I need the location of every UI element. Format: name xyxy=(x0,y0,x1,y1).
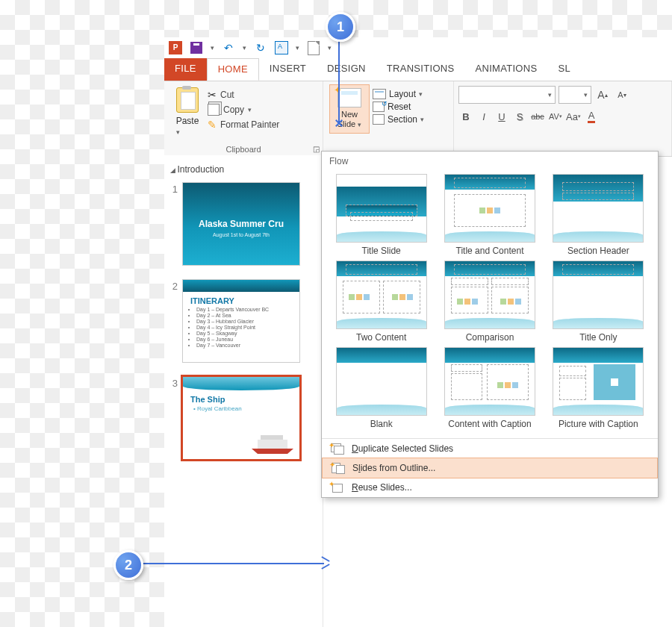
layout-section-header[interactable] xyxy=(553,174,644,243)
layout-gallery: Title Slide Title and Content Section He… xyxy=(322,169,658,437)
touch-mode-button[interactable] xyxy=(275,41,288,54)
ribbon-home: Paste▾ ✂Cut Copy ▾ ✎Format Painter Clipb… xyxy=(164,81,672,157)
slide-2-list: Day 1 – Departs Vancouver BCDay 2 – At S… xyxy=(196,307,299,348)
slide-thumb-3-row: 3 The Ship • Royal Caribbean xyxy=(169,376,318,460)
reset-button[interactable]: Reset xyxy=(373,102,424,112)
save-button[interactable] xyxy=(190,41,203,54)
slide-3-subtitle: • Royal Caribbean xyxy=(183,405,299,412)
change-case-button[interactable]: Aa▾ xyxy=(566,108,581,125)
font-family-combo[interactable]: ▾ xyxy=(458,86,556,104)
font-color-button[interactable]: A xyxy=(584,108,599,125)
brush-icon: ✎ xyxy=(208,119,217,131)
group-font: ▾ ▾ A▴ A▾ B I U S abc AV▾ Aa▾ A xyxy=(454,81,672,156)
format-painter-button[interactable]: ✎Format Painter xyxy=(208,119,279,131)
tab-transitions[interactable]: TRANSITIONS xyxy=(376,58,465,81)
slide-thumb-1[interactable]: Alaska Summer Cru August 1st to August 7… xyxy=(182,182,300,266)
paste-label: Paste▾ xyxy=(176,116,199,137)
section-header[interactable]: Introduction xyxy=(169,161,318,178)
copy-icon xyxy=(208,104,220,116)
callout-2-line xyxy=(139,563,324,564)
new-slide-dropdown: Flow Title Slide Title and Content Secti… xyxy=(321,151,659,498)
section-button[interactable]: Section ▾ xyxy=(373,114,424,125)
tab-animations[interactable]: ANIMATIONS xyxy=(464,58,547,81)
tab-insert[interactable]: INSERT xyxy=(259,58,317,81)
layout-button[interactable]: Layout ▾ xyxy=(373,89,424,99)
tab-home[interactable]: HOME xyxy=(207,58,259,81)
clipboard-launcher[interactable]: ◲ xyxy=(313,145,320,153)
group-slides: New Slide ▾ Layout ▾ Reset Section ▾ xyxy=(323,81,454,156)
slide-thumb-2[interactable]: ITINERARY Day 1 – Departs Vancouver BCDa… xyxy=(182,279,300,363)
layout-blank[interactable] xyxy=(336,347,427,416)
duplicate-icon: ✦ xyxy=(331,443,344,454)
slide-3-number: 3 xyxy=(169,376,178,460)
svg-rect-0 xyxy=(258,440,287,449)
slide-thumb-3[interactable]: The Ship • Royal Caribbean xyxy=(182,376,300,460)
qat-dropdown[interactable]: ▾ xyxy=(211,44,214,52)
callout-2: 2 xyxy=(113,550,143,580)
copy-button[interactable]: Copy ▾ xyxy=(208,104,279,116)
new-slide-icon xyxy=(337,88,361,107)
tab-design[interactable]: DESIGN xyxy=(317,58,376,81)
duplicate-slides-item[interactable]: ✦DDuplicate Selected Slidesuplicate Sele… xyxy=(322,439,658,458)
reuse-slides-item[interactable]: ✦Reuse Slides... xyxy=(322,478,658,497)
group-clipboard: Paste▾ ✂Cut Copy ▾ ✎Format Painter Clipb… xyxy=(164,81,323,156)
slides-from-outline-item[interactable]: ✦Slides from Outline... xyxy=(322,458,658,478)
outline-icon: ✦ xyxy=(332,463,345,473)
app-icon: P xyxy=(169,41,182,54)
layout-title-content[interactable] xyxy=(444,174,535,243)
undo-dropdown[interactable]: ▾ xyxy=(243,44,246,52)
slide-2-number: 2 xyxy=(169,279,178,363)
layout-title-only[interactable] xyxy=(553,261,644,329)
layout-content-caption[interactable] xyxy=(444,347,535,416)
section-icon xyxy=(373,114,385,125)
redo-button[interactable]: ↻ xyxy=(254,41,267,54)
shrink-font-button[interactable]: A▾ xyxy=(614,86,630,104)
bold-button[interactable]: B xyxy=(458,108,473,125)
ship-icon xyxy=(250,432,295,455)
layout-two-content[interactable] xyxy=(336,261,427,329)
slide-panel: Introduction 1 Alaska Summer Cru August … xyxy=(164,155,323,627)
shadow-button[interactable]: S xyxy=(512,108,527,125)
paste-button[interactable]: Paste▾ xyxy=(170,84,205,137)
char-spacing-button[interactable]: AV▾ xyxy=(548,108,563,125)
tab-file[interactable]: FILE xyxy=(164,58,207,81)
slide-1-number: 1 xyxy=(169,182,178,266)
layout-picture-caption[interactable] xyxy=(553,347,644,416)
tab-slideshow[interactable]: SL xyxy=(547,58,581,81)
slide-2-title: ITINERARY xyxy=(183,292,299,307)
slide-thumb-2-row: 2 ITINERARY Day 1 – Departs Vancouver BC… xyxy=(169,279,318,363)
layout-title-slide[interactable] xyxy=(336,174,427,243)
svg-rect-1 xyxy=(261,435,283,440)
callout-1: 1 xyxy=(326,12,355,42)
slide-1-subtitle: August 1st to August 7th xyxy=(183,232,299,237)
quick-access-toolbar: P ▾ ↶ ▾ ↻ ▾ ▾ xyxy=(164,37,672,58)
callout-1-line xyxy=(338,37,340,124)
reset-icon xyxy=(373,102,385,112)
layout-comparison[interactable] xyxy=(444,261,535,329)
font-size-combo[interactable]: ▾ xyxy=(559,86,591,104)
powerpoint-window: P ▾ ↶ ▾ ↻ ▾ ▾ FILE HOME INSERT DESIGN TR… xyxy=(164,37,672,627)
slide-thumb-1-row: 1 Alaska Summer Cru August 1st to August… xyxy=(169,182,318,266)
touch-dropdown[interactable]: ▾ xyxy=(296,44,299,52)
paste-icon xyxy=(176,87,199,113)
scissors-icon: ✂ xyxy=(208,89,217,101)
ribbon-tabs: FILE HOME INSERT DESIGN TRANSITIONS ANIM… xyxy=(164,58,672,81)
reuse-icon: ✦ xyxy=(331,482,344,493)
dropdown-header: Flow xyxy=(322,152,658,169)
undo-button[interactable]: ↶ xyxy=(222,41,235,54)
layout-icon xyxy=(373,89,386,99)
slide-1-title: Alaska Summer Cru xyxy=(183,219,299,229)
italic-button[interactable]: I xyxy=(476,108,491,125)
underline-button[interactable]: U xyxy=(494,108,509,125)
grow-font-button[interactable]: A▴ xyxy=(594,86,611,104)
clipboard-group-label: Clipboard xyxy=(164,145,323,154)
customize-qat-dropdown[interactable]: ▾ xyxy=(328,44,332,52)
strike-button[interactable]: abc xyxy=(530,108,545,125)
cut-button[interactable]: ✂Cut xyxy=(208,89,279,101)
start-from-beginning-button[interactable] xyxy=(307,41,320,54)
